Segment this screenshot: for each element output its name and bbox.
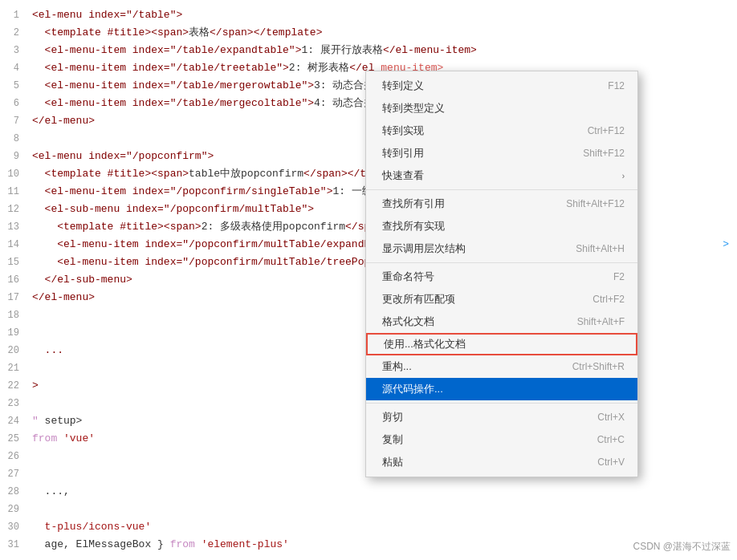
menu-item-goto-type-def-label: 转到类型定义 xyxy=(382,101,445,116)
code-line-30: 30 t-plus/icons-vue' xyxy=(0,518,737,536)
watermark-text: CSDN @湛海不过深蓝 xyxy=(633,541,731,552)
menu-item-copy[interactable]: 复制 Ctrl+C xyxy=(366,428,637,451)
menu-item-goto-ref[interactable]: 转到引用 Shift+F12 xyxy=(366,142,637,164)
code-line-2: 2 <template #title><span>表格</span></temp… xyxy=(0,24,737,42)
menu-item-format-doc[interactable]: 格式化文档 Shift+Alt+F xyxy=(366,310,637,333)
menu-item-copy-label: 复制 xyxy=(382,432,403,447)
menu-item-paste-label: 粘贴 xyxy=(382,455,403,469)
menu-item-goto-def-label: 转到定义 xyxy=(382,79,424,93)
menu-item-cut-shortcut: Ctrl+X xyxy=(597,412,625,423)
code-line-31: 31 age, ElMessageBox } from 'element-plu… xyxy=(0,536,737,554)
menu-item-find-all-ref[interactable]: 查找所有引用 Shift+Alt+F12 xyxy=(366,193,637,215)
menu-item-goto-def-shortcut: F12 xyxy=(608,80,625,91)
code-line-3: 3 <el-menu-item index="/table/expandtabl… xyxy=(0,42,737,59)
menu-item-find-all-impl-label: 查找所有实现 xyxy=(382,219,445,233)
menu-item-format-doc-with[interactable]: 使用...格式化文档 xyxy=(366,333,637,355)
menu-item-format-doc-with-label: 使用...格式化文档 xyxy=(384,337,466,351)
code-line-29: 29 xyxy=(0,501,737,518)
menu-item-goto-impl-shortcut: Ctrl+F12 xyxy=(588,125,625,136)
menu-item-rename-sym[interactable]: 重命名符号 F2 xyxy=(366,266,637,288)
menu-item-find-all-ref-shortcut: Shift+Alt+F12 xyxy=(566,198,625,209)
chevron-right-icon: › xyxy=(622,172,625,181)
menu-separator-2 xyxy=(366,262,637,263)
menu-item-source-action-label: 源代码操作... xyxy=(382,382,443,396)
menu-item-goto-type-def[interactable]: 转到类型定义 xyxy=(366,97,637,120)
menu-item-show-call-hier-shortcut: Shift+Alt+H xyxy=(576,243,625,254)
menu-item-cut-label: 剪切 xyxy=(382,410,403,424)
menu-item-show-call-hier[interactable]: 显示调用层次结构 Shift+Alt+H xyxy=(366,237,637,260)
menu-item-rename-sym-label: 重命名符号 xyxy=(382,270,434,284)
menu-item-quick-view-label: 快速查看 xyxy=(382,168,424,183)
menu-item-refactor-shortcut: Ctrl+Shift+R xyxy=(572,361,625,372)
menu-item-quick-view[interactable]: 快速查看 › xyxy=(366,164,637,187)
code-line-28: 28 ..., xyxy=(0,483,737,501)
menu-item-paste[interactable]: 粘贴 Ctrl+V xyxy=(366,451,637,473)
watermark: CSDN @湛海不过深蓝 xyxy=(633,540,731,554)
menu-item-find-all-ref-label: 查找所有引用 xyxy=(382,197,445,211)
menu-item-cut[interactable]: 剪切 Ctrl+X xyxy=(366,406,637,428)
menu-item-goto-impl[interactable]: 转到实现 Ctrl+F12 xyxy=(366,120,637,142)
menu-item-goto-def[interactable]: 转到定义 F12 xyxy=(366,75,637,97)
menu-separator-1 xyxy=(366,189,637,190)
menu-separator-3 xyxy=(366,403,637,404)
menu-item-find-all-impl[interactable]: 查找所有实现 xyxy=(366,215,637,237)
menu-item-change-all-occur-label: 更改所有匹配项 xyxy=(382,292,455,306)
menu-item-format-doc-label: 格式化文档 xyxy=(382,314,434,329)
menu-item-goto-ref-label: 转到引用 xyxy=(382,146,424,160)
menu-item-refactor-label: 重构... xyxy=(382,359,412,374)
menu-item-copy-shortcut: Ctrl+C xyxy=(597,434,625,445)
menu-item-goto-ref-shortcut: Shift+F12 xyxy=(583,148,625,159)
code-line-1: 1 <el-menu index="/table"> xyxy=(0,6,737,24)
menu-item-change-all-occur[interactable]: 更改所有匹配项 Ctrl+F2 xyxy=(366,288,637,310)
menu-item-source-action[interactable]: 源代码操作... xyxy=(366,378,637,400)
context-menu: 转到定义 F12 转到类型定义 转到实现 Ctrl+F12 转到引用 Shift… xyxy=(365,71,638,477)
menu-item-paste-shortcut: Ctrl+V xyxy=(597,457,625,468)
menu-item-show-call-hier-label: 显示调用层次结构 xyxy=(382,241,466,256)
menu-item-format-doc-shortcut: Shift+Alt+F xyxy=(577,316,625,327)
menu-item-change-all-occur-shortcut: Ctrl+F2 xyxy=(592,294,625,305)
menu-item-refactor[interactable]: 重构... Ctrl+Shift+R xyxy=(366,355,637,378)
menu-item-rename-sym-shortcut: F2 xyxy=(613,271,625,282)
menu-item-goto-impl-label: 转到实现 xyxy=(382,124,424,138)
